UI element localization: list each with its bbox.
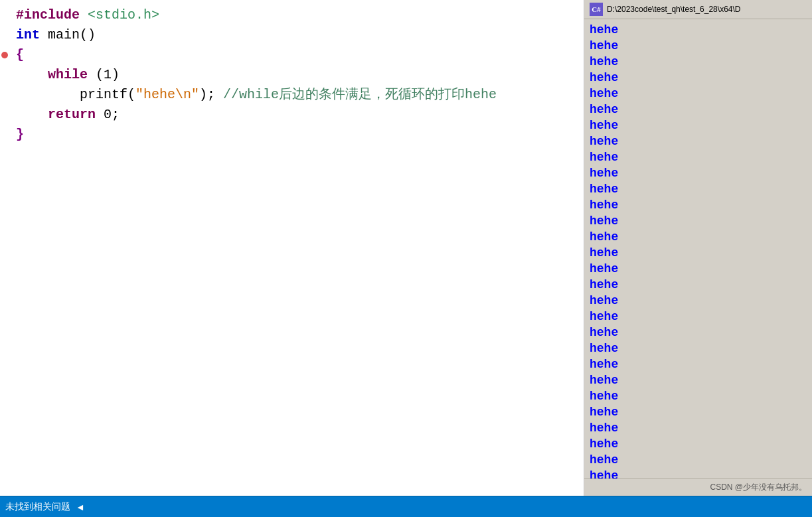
code-content: return 0; bbox=[9, 106, 120, 124]
code-token: return bbox=[48, 107, 96, 122]
watermark-text: CSDN @少年没有乌托邦。 bbox=[710, 482, 807, 492]
code-line: int main() bbox=[0, 25, 584, 45]
code-token: <stdio.h> bbox=[88, 7, 159, 23]
code-content: #include <stdio.h> bbox=[9, 6, 159, 25]
terminal-panel: C# D:\2023code\test_qh\test_6_28\x64\D h… bbox=[584, 0, 812, 496]
terminal-output-line: hehe bbox=[590, 436, 807, 452]
code-line: printf("hehe\n"); //while后边的条件满足，死循环的打印h… bbox=[0, 85, 584, 105]
terminal-output-line: hehe bbox=[590, 38, 807, 54]
terminal-output-line: hehe bbox=[590, 404, 807, 420]
terminal-icon: C# bbox=[590, 3, 603, 16]
terminal-output-line: hehe bbox=[590, 309, 807, 325]
code-line: #include <stdio.h> bbox=[0, 5, 584, 25]
terminal-output-line: hehe bbox=[590, 340, 807, 356]
terminal-output-line: hehe bbox=[590, 372, 807, 388]
terminal-output-line: hehe bbox=[590, 117, 807, 133]
terminal-icon-label: C# bbox=[592, 5, 600, 13]
terminal-output[interactable]: hehehehehehehehehehehehehehehehehehehehe… bbox=[584, 19, 812, 479]
code-token bbox=[80, 7, 88, 23]
code-token: "hehe\n" bbox=[135, 87, 199, 102]
code-token: printf( bbox=[16, 87, 135, 102]
terminal-output-line: hehe bbox=[590, 197, 807, 213]
code-token: main() bbox=[40, 27, 96, 42]
terminal-output-line: hehe bbox=[590, 245, 807, 261]
terminal-titlebar: C# D:\2023code\test_qh\test_6_28\x64\D bbox=[584, 0, 812, 19]
code-token: (1) bbox=[88, 67, 120, 82]
terminal-output-line: hehe bbox=[590, 277, 807, 293]
code-content: while (1) bbox=[9, 66, 120, 84]
terminal-output-line: hehe bbox=[590, 54, 807, 70]
terminal-output-line: hehe bbox=[590, 102, 807, 117]
code-line: } bbox=[0, 125, 584, 145]
code-line: while (1) bbox=[0, 65, 584, 85]
terminal-output-line: hehe bbox=[590, 22, 807, 38]
terminal-output-line: hehe bbox=[590, 181, 807, 197]
code-line: { bbox=[0, 45, 584, 65]
terminal-output-line: hehe bbox=[590, 261, 807, 277]
code-token: int bbox=[16, 27, 40, 42]
terminal-output-line: hehe bbox=[590, 452, 807, 468]
code-content: { bbox=[9, 46, 24, 64]
terminal-output-line: hehe bbox=[590, 70, 807, 86]
code-content: printf("hehe\n"); //while后边的条件满足，死循环的打印h… bbox=[9, 86, 497, 104]
line-gutter bbox=[0, 52, 9, 58]
terminal-output-line: hehe bbox=[590, 293, 807, 309]
code-content: int main() bbox=[9, 26, 96, 44]
code-editor: #include <stdio.h>int main(){ while (1) … bbox=[0, 0, 584, 496]
code-token: { bbox=[16, 47, 24, 62]
terminal-output-line: hehe bbox=[590, 86, 807, 102]
code-token: #include bbox=[16, 7, 80, 23]
terminal-output-line: hehe bbox=[590, 388, 807, 404]
terminal-output-line: hehe bbox=[590, 149, 807, 165]
code-token bbox=[16, 67, 48, 82]
terminal-output-line: hehe bbox=[590, 420, 807, 436]
code-token bbox=[16, 107, 48, 122]
terminal-output-line: hehe bbox=[590, 468, 807, 479]
status-text: 未找到相关问题 bbox=[5, 501, 70, 513]
terminal-title: D:\2023code\test_qh\test_6_28\x64\D bbox=[607, 5, 740, 14]
code-token: //while后边的条件满足，死循环的打印hehe bbox=[223, 87, 497, 102]
terminal-output-line: hehe bbox=[590, 213, 807, 229]
terminal-output-line: hehe bbox=[590, 133, 807, 149]
main-area: #include <stdio.h>int main(){ while (1) … bbox=[0, 0, 812, 496]
terminal-output-line: hehe bbox=[590, 165, 807, 181]
code-token: } bbox=[16, 127, 24, 142]
terminal-output-line: hehe bbox=[590, 229, 807, 245]
breakpoint-dot bbox=[1, 52, 8, 58]
terminal-output-line: hehe bbox=[590, 356, 807, 372]
code-token: ); bbox=[199, 87, 223, 102]
status-arrow: ◄ bbox=[76, 502, 85, 512]
code-content: } bbox=[9, 125, 24, 144]
code-token: 0; bbox=[96, 107, 120, 122]
terminal-output-line: hehe bbox=[590, 325, 807, 340]
status-bar: 未找到相关问题 ◄ bbox=[0, 496, 812, 517]
code-token: while bbox=[48, 67, 88, 82]
terminal-footer: CSDN @少年没有乌托邦。 bbox=[584, 479, 812, 496]
code-line: return 0; bbox=[0, 105, 584, 125]
